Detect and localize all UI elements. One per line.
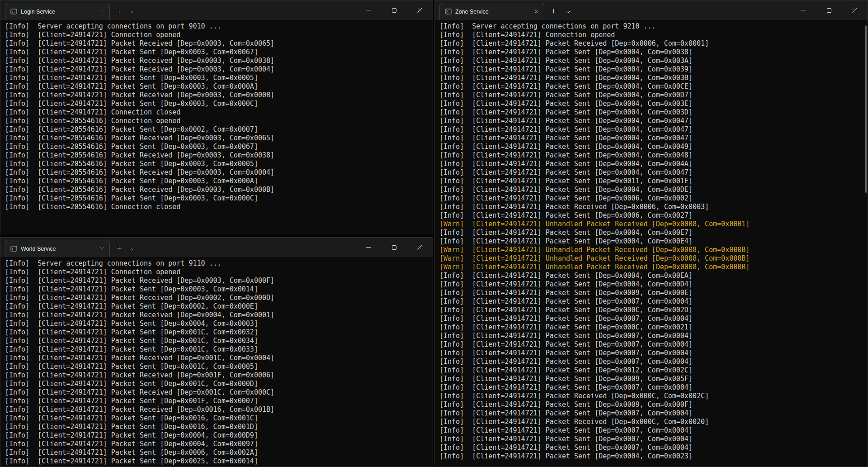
log-line: [Info] [Client=24914721] Packet Sent [De… — [5, 337, 430, 345]
terminal-output[interactable]: [Info] Server accepting connections on p… — [0, 257, 433, 467]
log-line: [Info] [Client=24914721] Packet Received… — [5, 91, 430, 100]
tab-dropdown-button[interactable] — [127, 3, 140, 20]
log-line: [Info] [Client=24914721] Packet Sent [De… — [5, 328, 430, 337]
minimize-button[interactable] — [355, 238, 381, 257]
log-line: [Info] [Client=24914721] Packet Sent [De… — [5, 100, 430, 108]
log-line: [Warn] [Client=24914721] Unhandled Packe… — [439, 246, 865, 254]
log-line: [Info] [Client=24914721] Packet Sent [De… — [439, 383, 865, 392]
terminal-output[interactable]: [Info] Server accepting connections on p… — [0, 20, 433, 235]
log-line: [Info] [Client=24914721] Packet Sent [De… — [439, 409, 865, 418]
log-line: [Info] [Client=24914721] Packet Sent [De… — [5, 448, 430, 457]
log-line: [Info] [Client=24914721] Packet Sent [De… — [439, 194, 865, 203]
log-line: [Info] [Client=24914721] Connection open… — [5, 31, 430, 39]
tab-title: Zone Service — [455, 9, 528, 15]
titlebar[interactable]: World Service — [0, 238, 433, 257]
new-tab-button[interactable] — [111, 240, 127, 257]
log-line: [Info] [Client=20554616] Packet Received… — [5, 186, 430, 194]
log-line: [Info] [Client=20554616] Packet Received… — [5, 134, 430, 143]
maximize-icon — [392, 8, 396, 13]
log-line: [Info] [Client=24914721] Packet Sent [De… — [439, 160, 865, 168]
chevron-down-icon — [131, 244, 136, 253]
plus-icon — [551, 7, 556, 15]
tab-dropdown-button[interactable] — [561, 3, 575, 20]
log-line: [Info] [Client=24914721] Packet Sent [De… — [5, 302, 430, 311]
log-line: [Info] [Client=24914721] Packet Sent [De… — [5, 380, 430, 388]
log-line: [Info] [Client=24914721] Packet Received… — [439, 392, 865, 400]
log-line: [Info] [Client=24914721] Packet Sent [De… — [439, 91, 865, 100]
log-line: [Info] [Client=24914721] Packet Sent [De… — [439, 229, 865, 237]
new-tab-button[interactable] — [111, 3, 127, 20]
log-line: [Info] [Client=24914721] Packet Sent [De… — [439, 280, 865, 289]
maximize-icon — [392, 245, 396, 250]
log-line: [Info] [Client=20554616] Packet Received… — [5, 168, 430, 177]
tab-zone-service[interactable]: Zone Service — [439, 3, 544, 20]
titlebar[interactable]: Zone Service — [435, 0, 868, 20]
chevron-down-icon — [566, 7, 570, 15]
log-line: [Info] [Client=24914721] Packet Sent [De… — [439, 289, 865, 297]
close-button[interactable] — [407, 0, 433, 20]
log-line: [Info] [Client=24914721] Packet Sent [De… — [439, 443, 865, 452]
titlebar[interactable]: Login Service — [0, 0, 433, 20]
close-button[interactable] — [407, 238, 433, 257]
log-line: [Info] [Client=24914721] Packet Received… — [5, 39, 430, 48]
log-line: [Warn] [Client=24914721] Unhandled Packe… — [439, 220, 865, 229]
maximize-button[interactable] — [381, 238, 407, 257]
chevron-down-icon — [131, 7, 136, 15]
minimize-button[interactable] — [790, 0, 816, 20]
log-line: [Warn] [Client=24914721] Unhandled Packe… — [439, 263, 865, 272]
log-line: [Info] [Client=24914721] Packet Sent [De… — [5, 423, 430, 431]
log-line: [Info] [Client=24914721] Packet Sent [De… — [439, 323, 865, 332]
log-line: [Info] [Client=24914721] Packet Sent [De… — [439, 452, 865, 461]
log-line: [Info] [Client=20554616] Packet Received… — [5, 151, 430, 160]
maximize-button[interactable] — [381, 0, 407, 20]
terminal-icon — [445, 8, 452, 15]
minimize-icon — [801, 10, 806, 10]
log-line: [Info] [Client=24914721] Packet Sent [De… — [439, 143, 865, 151]
plus-icon — [117, 7, 122, 15]
close-button[interactable] — [842, 0, 868, 20]
tab-world-service[interactable]: World Service — [5, 240, 110, 257]
log-line: [Warn] [Client=24914721] Unhandled Packe… — [439, 254, 865, 263]
log-line: [Info] [Client=24914721] Packet Sent [De… — [5, 74, 430, 82]
maximize-button[interactable] — [816, 0, 842, 20]
log-line: [Info] [Client=24914721] Packet Sent [De… — [439, 315, 865, 323]
tab-dropdown-button[interactable] — [127, 240, 140, 257]
log-line: [Info] Server accepting connections on p… — [5, 22, 430, 31]
tab-close-icon[interactable] — [532, 8, 540, 16]
tab-close-icon[interactable] — [98, 245, 106, 253]
minimize-button[interactable] — [355, 0, 381, 20]
scrollbar-thumb[interactable] — [865, 25, 867, 193]
log-line: [Info] [Client=24914721] Packet Received… — [439, 418, 865, 426]
window-login-service: Login Service [Info] Server accep — [0, 0, 433, 235]
log-line: [Info] [Client=24914721] Packet Sent [De… — [439, 186, 865, 194]
log-line: [Info] [Client=24914721] Packet Sent [De… — [5, 457, 430, 466]
new-tab-button[interactable] — [546, 3, 561, 20]
window-controls — [355, 0, 433, 20]
log-line: [Info] [Client=24914721] Packet Received… — [5, 388, 430, 397]
log-line: [Info] [Client=24914721] Packet Sent [De… — [439, 125, 865, 134]
log-line: [Info] [Client=24914721] Packet Sent [De… — [439, 100, 865, 108]
log-line: [Info] [Client=24914721] Packet Sent [De… — [439, 349, 865, 357]
log-line: [Info] [Client=24914721] Packet Received… — [439, 203, 865, 211]
log-line: [Info] [Client=24914721] Packet Sent [De… — [5, 345, 430, 354]
log-line: [Info] [Client=24914721] Packet Received… — [5, 405, 430, 414]
log-line: [Info] [Client=20554616] Connection clos… — [5, 203, 430, 211]
tab-title: World Service — [21, 246, 94, 252]
log-line: [Info] [Client=24914721] Packet Sent [De… — [439, 82, 865, 91]
log-line: [Info] [Client=24914721] Packet Received… — [5, 57, 430, 65]
tab-close-icon[interactable] — [98, 8, 106, 16]
log-line: [Info] Server accepting connections on p… — [5, 259, 430, 268]
window-zone-service: Zone Service [Info] Server accept — [434, 0, 868, 467]
log-line: [Info] [Client=24914721] Packet Sent [De… — [439, 151, 865, 160]
window-world-service: World Service [Info] Server accep — [0, 237, 433, 467]
minimize-icon — [366, 10, 371, 10]
terminal-output[interactable]: [Info] Server accepting connections on p… — [435, 20, 868, 467]
log-line: [Info] [Client=24914721] Packet Received… — [439, 39, 865, 48]
tab-login-service[interactable]: Login Service — [5, 3, 110, 20]
log-line: [Info] [Client=24914721] Packet Sent [De… — [439, 237, 865, 246]
log-line: [Info] [Client=24914721] Packet Sent [De… — [439, 117, 865, 125]
log-line: [Info] [Client=24914721] Packet Received… — [5, 65, 430, 74]
window-controls — [355, 238, 433, 257]
log-line: [Info] [Client=24914721] Packet Sent [De… — [439, 357, 865, 366]
log-line: [Info] [Client=24914721] Packet Sent [De… — [439, 177, 865, 186]
